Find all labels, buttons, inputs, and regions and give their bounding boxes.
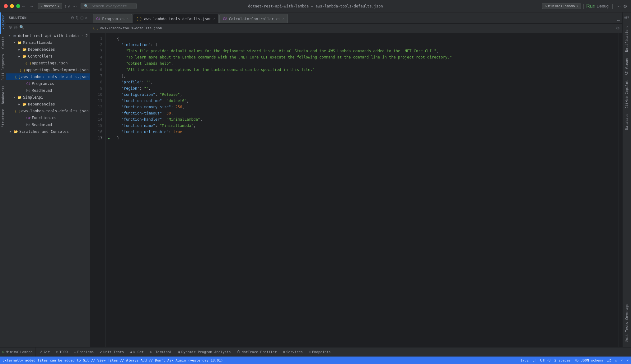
- sidebar-item-commit[interactable]: Commit: [1, 34, 5, 51]
- tests-icon: ✓: [100, 350, 102, 354]
- json-icon: { }: [20, 68, 25, 72]
- more-options-button[interactable]: ⋯: [616, 4, 621, 9]
- branch-name: master: [44, 4, 56, 8]
- notifications-label[interactable]: Notifications: [624, 23, 629, 54]
- bottom-tab-endpoints[interactable]: ⌖ Endpoints: [306, 348, 334, 357]
- tree-item-appsettings-dev[interactable]: { } appsettings.Development.json: [6, 67, 90, 73]
- git-icon: ⎇: [39, 350, 43, 354]
- code-line: "information": [: [117, 42, 614, 48]
- explorer-sort-button[interactable]: ⇅: [76, 16, 79, 20]
- sidebar-item-bookmarks[interactable]: Bookmarks: [1, 83, 5, 107]
- tree-item-aws-lambda-json[interactable]: { } aws-lambda-tools-defaults.json: [6, 73, 90, 80]
- explorer-settings-button[interactable]: ⚙: [71, 16, 74, 20]
- tab-calculator-cs[interactable]: C# CalculatorController.cs ×: [219, 14, 288, 23]
- vcs-more-button[interactable]: ⋯: [72, 4, 77, 9]
- editor-toolbar: { } aws-lambda-tools-defaults.json ⚙: [90, 24, 622, 33]
- sidebar-item-explorer[interactable]: Explorer: [0, 12, 6, 34]
- maximize-button[interactable]: [16, 4, 20, 8]
- tree-item-minimallambda[interactable]: ▾ 📁 MinimalLambda: [6, 39, 90, 46]
- tree-item-program-cs[interactable]: C# Program.cs: [6, 80, 90, 87]
- arrow-icon: ▶: [9, 130, 12, 133]
- encoding-indicator[interactable]: UTF-8: [540, 358, 550, 362]
- tree-item-dependencies[interactable]: ▶ 📂 Dependencies: [6, 46, 90, 53]
- tab-aws-json[interactable]: { } aws-lambda-tools-defaults.json ×: [133, 14, 219, 23]
- file-label: Readme.md: [32, 88, 52, 93]
- tab-program-cs[interactable]: C# Program.cs ×: [93, 14, 132, 23]
- line-col-indicator[interactable]: 17:2: [521, 358, 529, 362]
- ai-viewer-label[interactable]: AI Viewer: [624, 54, 629, 78]
- github-copilot-label[interactable]: GitHub Copilot: [624, 77, 629, 111]
- forward-button[interactable]: →: [28, 3, 35, 9]
- explorer-hide-button[interactable]: ×: [85, 16, 87, 20]
- tree-item-appsettings[interactable]: { } appsettings.json: [6, 60, 90, 67]
- close-icon[interactable]: ×: [127, 17, 129, 21]
- bottom-tab-analysis[interactable]: ◉ Dynamic Program Analysis: [175, 348, 234, 357]
- branch-selector[interactable]: ⑂ master ▾: [38, 3, 62, 9]
- bottom-tab-todo[interactable]: ☑ TODO: [53, 348, 71, 357]
- search-bar[interactable]: 🔍 Search everywhere: [81, 3, 137, 9]
- config-chevron: ▾: [576, 4, 578, 8]
- bottom-tab-git[interactable]: ⎇ Git: [35, 348, 53, 357]
- arrow-icon: ▾: [12, 96, 16, 99]
- close-icon[interactable]: ×: [283, 17, 285, 21]
- nuget-icon: ◆: [130, 350, 132, 354]
- minimize-button[interactable]: [10, 4, 14, 8]
- line-number: 3: [90, 48, 105, 54]
- settings-button[interactable]: ⚙: [623, 4, 627, 9]
- close-button[interactable]: [4, 4, 8, 8]
- status-right: 17:2 LF UTF-8 2 spaces No JSON schema ⎇ …: [521, 358, 629, 362]
- explorer-locate[interactable]: ◎: [14, 25, 17, 30]
- tab-label: NuGet: [133, 350, 144, 354]
- schema-indicator[interactable]: No JSON schema: [574, 358, 603, 362]
- debug-button[interactable]: Debug: [597, 4, 609, 8]
- tree-item-simpleapi-deps[interactable]: ▶ 📂 Dependencies: [6, 101, 90, 108]
- indent-indicator[interactable]: 2 spaces: [554, 358, 571, 362]
- bottom-tab-trace[interactable]: ⏱ dotTrace Profiler: [234, 348, 280, 357]
- line-number: 6: [90, 67, 105, 73]
- tree-item-scratches[interactable]: ▶ 📂 Scratches and Consoles: [6, 128, 90, 135]
- editor-settings-button[interactable]: ⚙: [616, 26, 620, 30]
- code-line: "This file provides default values for t…: [117, 48, 614, 54]
- sidebar-item-structure[interactable]: Structure: [1, 106, 5, 130]
- nav-arrows: ← →: [20, 3, 35, 9]
- tree-item-controllers[interactable]: ▶ 📂 Controllers: [6, 53, 90, 60]
- terminal-icon: >_: [150, 350, 154, 354]
- folder-icon: 📂: [22, 102, 27, 107]
- bottom-tab-services[interactable]: ⚙ Services: [280, 348, 306, 357]
- code-line: "profile": "",: [117, 79, 614, 85]
- vcs-check-button[interactable]: ✓: [68, 4, 71, 9]
- more-tabs-button[interactable]: ⋯: [614, 17, 622, 23]
- explorer-collapse-all[interactable]: ⊙: [9, 25, 12, 30]
- left-sidebar-labels: Explorer Commit Pull Requests Bookmarks …: [0, 12, 6, 347]
- database-label[interactable]: Database: [624, 111, 629, 132]
- line-number: 15: [90, 123, 105, 129]
- tree-item-simpleapi[interactable]: ▾ 📁 SimpleApi: [6, 94, 90, 101]
- back-button[interactable]: ←: [20, 3, 27, 9]
- bottom-tab-terminal[interactable]: >_ Terminal: [147, 348, 175, 357]
- line-number: 8: [90, 79, 105, 85]
- code-content[interactable]: { "information": [ "This file provides d…: [112, 33, 619, 347]
- tree-item-solution[interactable]: ▾ ◫ dotnet-rest-api-with-lambda · 2 proj…: [6, 32, 90, 39]
- explorer-collapse-button[interactable]: ⊟: [80, 16, 84, 20]
- gutter-row: [106, 35, 112, 42]
- line-number: 12: [90, 104, 105, 110]
- line-ending-indicator[interactable]: LF: [532, 358, 536, 362]
- vcs-update-button[interactable]: ↑: [64, 4, 66, 9]
- json-icon: { }: [93, 26, 99, 30]
- run-gutter-icon[interactable]: ▶: [108, 137, 110, 140]
- breadcrumb: { } aws-lambda-tools-defaults.json: [93, 26, 162, 30]
- run-button[interactable]: Run: [586, 3, 595, 9]
- tree-item-function-cs[interactable]: C# Function.cs: [6, 114, 90, 121]
- tree-item-readme1[interactable]: Md Readme.md: [6, 87, 90, 94]
- config-selector[interactable]: ▷ MinimalLambda ▾: [542, 3, 581, 9]
- git-icon: ⎇: [607, 358, 611, 362]
- bottom-tab-problems[interactable]: ⚠ Problems: [71, 348, 97, 357]
- close-icon[interactable]: ×: [213, 17, 216, 21]
- tree-item-readme2[interactable]: Md Readme.md: [6, 121, 90, 128]
- tree-item-simpleapi-aws[interactable]: { } aws-lambda-tools-defaults.json: [6, 108, 90, 114]
- bottom-tab-nuget[interactable]: ◆ NuGet: [127, 348, 147, 357]
- sidebar-item-pull-requests[interactable]: Pull Requests: [1, 51, 5, 83]
- explorer-search[interactable]: 🔍: [19, 25, 24, 30]
- unit-tests-label[interactable]: Unit Tests Coverage: [624, 301, 629, 345]
- bottom-tab-unit-tests[interactable]: ✓ Unit Tests: [97, 348, 127, 357]
